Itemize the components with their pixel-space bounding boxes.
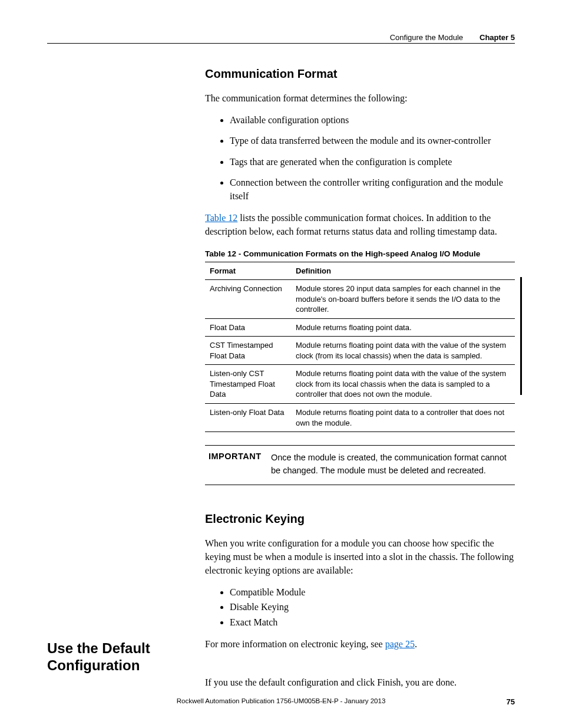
cell-definition: Module returns floating point data. [291,318,515,337]
comm-bullet-list: Available configuration options Type of … [205,113,515,203]
cell-definition: Module returns floating point data with … [291,365,515,404]
table-row: Listen-only Float Data Module returns fl… [205,403,515,431]
page-25-link[interactable]: page 25 [385,639,415,649]
change-bar [520,277,522,395]
table-header-format: Format [205,262,291,280]
table-row: CST Timestamped Float Data Module return… [205,337,515,365]
table-ref-paragraph: Table 12 lists the possible communicatio… [205,211,515,238]
ekey-more-info: For more information on electronic keyin… [205,637,515,651]
list-item: Type of data transferred between the mod… [230,134,515,147]
ekey-more-pre: For more information on electronic keyin… [205,639,385,649]
important-callout: IMPORTANT Once the module is created, th… [205,445,515,485]
running-header: Configure the Module Chapter 5 [47,33,515,44]
page-footer: Rockwell Automation Publication 1756-UM0… [47,697,515,704]
table-12-link[interactable]: Table 12 [205,213,237,223]
table-ref-text: lists the possible communication format … [205,213,497,236]
heading-electronic-keying: Electronic Keying [205,512,515,526]
table-row: Listen-only CST Timestamped Float Data M… [205,365,515,404]
cell-definition: Module returns floating point data with … [291,337,515,365]
ekey-intro: When you write configuration for a modul… [205,536,515,578]
default-config-body: If you use the default configuration and… [205,676,515,689]
cell-definition: Module stores 20 input data samples for … [291,280,515,319]
list-item: Disable Keying [230,600,515,614]
ekey-more-post: . [415,639,417,649]
table-12-title: Table 12 - Communication Formats on the … [205,249,515,258]
list-item: Available configuration options [230,113,515,127]
cell-format: Listen-only Float Data [205,403,291,431]
header-section: Configure the Module [390,33,463,42]
list-item: Exact Match [230,615,515,629]
table-row: Float Data Module returns floating point… [205,318,515,337]
cell-format: Listen-only CST Timestamped Float Data [205,365,291,404]
table-12: Format Definition Archiving Connection M… [205,262,515,433]
header-chapter: Chapter 5 [480,33,515,42]
list-item: Compatible Module [230,585,515,599]
cell-format: Archiving Connection [205,280,291,319]
comm-intro: The communication format determines the … [205,91,515,105]
page-number: 75 [507,697,515,706]
publication-info: Rockwell Automation Publication 1756-UM0… [177,697,386,704]
list-item: Tags that are generated when the configu… [230,155,515,169]
cell-definition: Module returns floating point data to a … [291,403,515,431]
important-text: Once the module is created, the communic… [271,452,515,477]
table-header-definition: Definition [291,262,515,280]
cell-format: Float Data [205,318,291,337]
list-item: Connection between the controller writin… [230,176,515,203]
table-row: Archiving Connection Module stores 20 in… [205,280,515,319]
cell-format: CST Timestamped Float Data [205,337,291,365]
sidehead-default-config: Use the Default Configuration [47,640,189,674]
ekey-bullet-list: Compatible Module Disable Keying Exact M… [205,585,515,629]
important-label: IMPORTANT [205,452,271,477]
heading-communication-format: Communication Format [205,67,515,81]
